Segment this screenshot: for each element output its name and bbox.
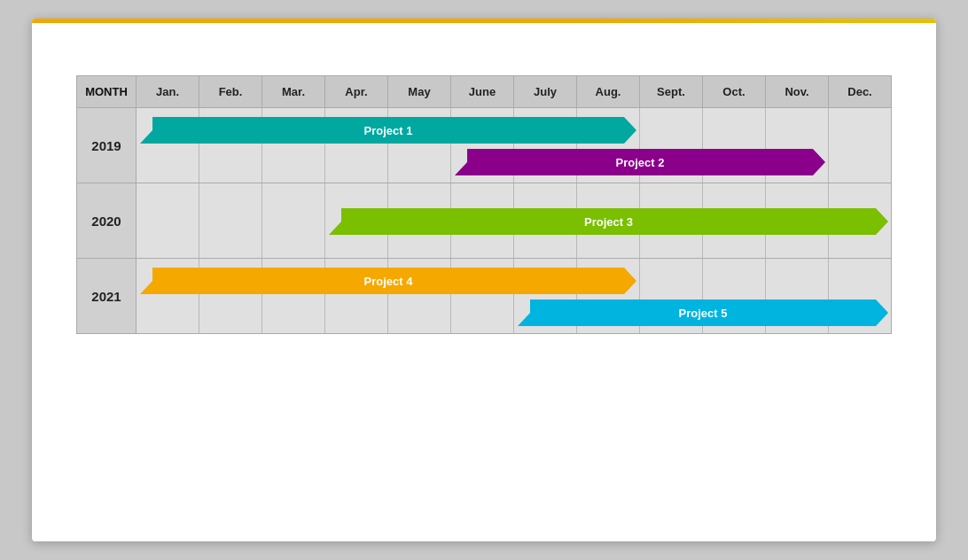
- header-month-label: MONTH: [77, 76, 137, 108]
- top-border: [32, 19, 936, 23]
- slide-content: MONTHJan.Feb.Mar.Apr.MayJuneJulyAug.Sept…: [32, 19, 936, 361]
- header-month-Dec: Dec.: [829, 76, 892, 108]
- header-month-Jan: Jan.: [137, 76, 199, 108]
- year-row-2020: 2020Project 3: [77, 183, 892, 259]
- bar-label: Project 3: [572, 215, 645, 229]
- bar-label: Project 1: [352, 124, 425, 137]
- bar-area-2019: Project 1Project 2: [137, 108, 892, 183]
- year-row-2021: 2021Project 4Project 5: [77, 259, 892, 334]
- gantt-chart: MONTHJan.Feb.Mar.Apr.MayJuneJulyAug.Sept…: [76, 75, 892, 334]
- header-month-Mar: Mar.: [262, 76, 325, 108]
- bar-label: Project 5: [667, 307, 740, 320]
- bar-area-2020: Project 3: [137, 183, 892, 259]
- header-month-Aug: Aug.: [577, 76, 640, 108]
- year-label-2021: 2021: [77, 259, 137, 334]
- slide: MONTHJan.Feb.Mar.Apr.MayJuneJulyAug.Sept…: [32, 19, 936, 541]
- header-month-Nov: Nov.: [766, 76, 829, 108]
- header-month-Feb: Feb.: [199, 76, 262, 108]
- bar-project-1: Project 1: [140, 117, 636, 144]
- bar-project-3: Project 3: [329, 208, 888, 235]
- bar-area-2021: Project 4Project 5: [137, 259, 892, 334]
- bar-label: Project 2: [604, 156, 677, 169]
- header-month-May: May: [388, 76, 451, 108]
- gantt-table: MONTHJan.Feb.Mar.Apr.MayJuneJulyAug.Sept…: [76, 75, 892, 334]
- bar-project-4: Project 4: [140, 268, 636, 294]
- bar-label: Project 4: [352, 275, 425, 288]
- bar-project-5: Project 5: [518, 299, 888, 326]
- year-label-2019: 2019: [77, 108, 137, 183]
- year-label-2020: 2020: [77, 183, 137, 259]
- header-month-Oct: Oct.: [703, 76, 766, 108]
- header-month-Apr: Apr.: [325, 76, 388, 108]
- header-month-July: July: [514, 76, 577, 108]
- header-month-Sept: Sept.: [640, 76, 703, 108]
- bar-project-2: Project 2: [455, 149, 825, 175]
- header-month-June: June: [451, 76, 514, 108]
- year-row-2019: 2019Project 1Project 2: [77, 108, 892, 183]
